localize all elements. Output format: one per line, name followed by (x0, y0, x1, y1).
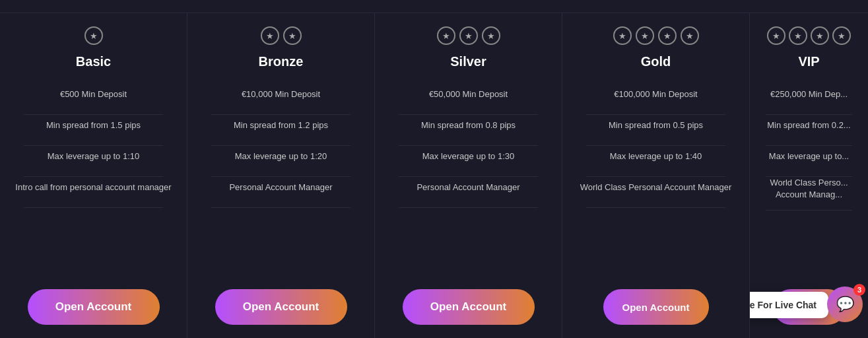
star-icon: ★ (789, 26, 807, 45)
gold-manager: World Class Personal Account Manager (580, 177, 732, 198)
page-wrapper: ★ Basic €500 Min Deposit Min spread from… (0, 0, 868, 338)
vip-min-spread: Min spread from 0.2... (767, 115, 850, 136)
stars-row-basic: ★ (84, 26, 103, 45)
vip-manager: World Class Perso... Account Manag... (755, 177, 863, 201)
star-icon: ★ (84, 26, 103, 45)
star-icon: ★ (283, 26, 302, 45)
account-name-vip: VIP (798, 54, 819, 69)
detail-row-silver: €50,000 Min Deposit Min spread from 0.8 … (382, 84, 555, 208)
star-icon: ★ (832, 26, 851, 45)
star-icon: ★ (459, 26, 478, 45)
stars-row-vip: ★ ★ ★ ★ ★ (767, 26, 851, 45)
star-icon: ★ (681, 26, 699, 45)
bronze-min-spread: Min spread from 1.2 pips (234, 115, 328, 136)
stars-row-silver: ★ ★ ★ (437, 26, 500, 45)
account-name-basic: Basic (76, 54, 111, 69)
basic-max-leverage: Max leverage up to 1:10 (48, 146, 139, 167)
account-column-silver: ★ ★ ★ Silver €50,000 Min Deposit Min spr… (375, 13, 562, 338)
bronze-max-leverage: Max leverage up to 1:20 (235, 146, 327, 167)
star-icon: ★ (482, 26, 500, 45)
star-icon: ★ (613, 26, 632, 45)
divider (211, 207, 350, 208)
silver-open-account-button[interactable]: Open Account (403, 289, 535, 325)
basic-min-deposit: €500 Min Deposit (60, 84, 127, 105)
account-column-gold: ★ ★ ★ ★ Gold €100,000 Min Deposit Min sp… (562, 13, 750, 338)
accounts-container: ★ Basic €500 Min Deposit Min spread from… (0, 13, 868, 338)
chat-badge: 3 (853, 284, 865, 296)
gold-min-deposit: €100,000 Min Deposit (614, 84, 697, 105)
account-column-basic: ★ Basic €500 Min Deposit Min spread from… (0, 13, 187, 338)
star-icon: ★ (767, 26, 785, 45)
account-name-silver: Silver (450, 54, 486, 69)
top-bar (0, 0, 868, 13)
gold-open-account-button[interactable]: Open Account (603, 289, 709, 325)
basic-min-spread: Min spread from 1.5 pips (46, 115, 141, 136)
chat-icon: 💬 (836, 296, 854, 313)
divider (766, 210, 851, 211)
account-name-gold: Gold (641, 54, 671, 69)
vip-min-deposit: €250,000 Min Dep... (770, 84, 848, 105)
divider (399, 207, 537, 208)
vip-max-leverage: Max leverage up to... (769, 146, 849, 167)
star-icon: ★ (811, 26, 829, 45)
bronze-open-account-button[interactable]: Open Account (215, 289, 347, 325)
account-column-bronze: ★ ★ Bronze €10,000 Min Deposit Min sprea… (187, 13, 375, 338)
live-chat-icon[interactable]: 💬 3 (827, 287, 863, 322)
silver-manager: Personal Account Manager (417, 177, 519, 198)
star-icon: ★ (658, 26, 677, 45)
star-icon: ★ (437, 26, 455, 45)
divider (586, 207, 725, 208)
gold-max-leverage: Max leverage up to 1:40 (610, 146, 702, 167)
silver-min-spread: Min spread from 0.8 pips (421, 115, 516, 136)
stars-row-gold: ★ ★ ★ ★ (613, 26, 699, 45)
basic-manager: Intro call from personal account manager (15, 177, 171, 198)
live-chat-bubble[interactable]: Click Here For Live Chat (750, 292, 828, 318)
bronze-min-deposit: €10,000 Min Deposit (242, 84, 320, 105)
account-name-bronze: Bronze (259, 54, 304, 69)
silver-max-leverage: Max leverage up to 1:30 (422, 146, 514, 167)
bronze-manager: Personal Account Manager (229, 177, 332, 198)
detail-row-vip: €250,000 Min Dep... Min spread from 0.2.… (755, 84, 863, 211)
gold-min-spread: Min spread from 0.5 pips (609, 115, 703, 136)
detail-row-basic: €500 Min Deposit Min spread from 1.5 pip… (7, 84, 180, 208)
detail-row-bronze: €10,000 Min Deposit Min spread from 1.2 … (194, 84, 368, 208)
silver-min-deposit: €50,000 Min Deposit (429, 84, 508, 105)
star-icon: ★ (636, 26, 654, 45)
divider (24, 207, 162, 208)
account-column-vip: ★ ★ ★ ★ ★ VIP €250,000 Min Dep... Min sp… (750, 13, 868, 338)
star-icon: ★ (261, 26, 279, 45)
stars-row-bronze: ★ ★ (261, 26, 302, 45)
detail-row-gold: €100,000 Min Deposit Min spread from 0.5… (569, 84, 743, 208)
basic-open-account-button[interactable]: Open Account (28, 289, 160, 325)
